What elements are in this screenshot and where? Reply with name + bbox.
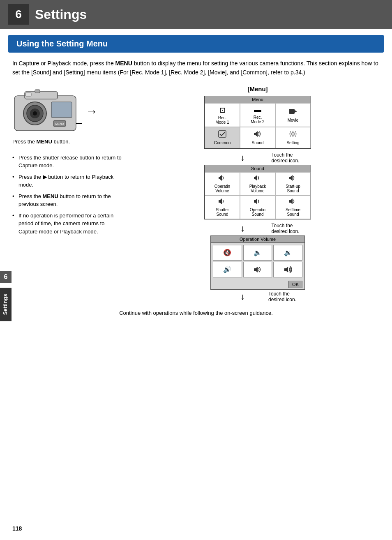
- svg-rect-8: [25, 93, 31, 96]
- menu-title: [Menu]: [136, 85, 380, 92]
- shutter-icon: [218, 198, 227, 207]
- menu3-grid: 🔇 🔈 🔉 🔊: [211, 243, 304, 279]
- opsnd-icon: [253, 198, 262, 207]
- content-row: MENU Press the MENU button. → Press the …: [12, 85, 380, 304]
- page-number: 118: [12, 525, 22, 532]
- vol-high3[interactable]: [273, 262, 302, 277]
- rec2-icon: ▬: [254, 106, 261, 114]
- svg-marker-24: [284, 267, 288, 272]
- opvol-icon: [218, 175, 227, 183]
- svg-marker-19: [289, 175, 293, 181]
- main-content: In Capture or Playback mode, press the M…: [0, 59, 392, 316]
- vol-high2[interactable]: [243, 262, 272, 277]
- side-tab-number: 6: [0, 271, 12, 283]
- menu2-grid: OperatinVolume PlaybackVolume: [205, 172, 311, 219]
- ok-button[interactable]: OK: [288, 281, 302, 288]
- menu3-box: Operation Volume 🔇 🔈 🔉 🔊: [210, 235, 305, 290]
- bullet-item: Press the MENU button to return to the p…: [12, 192, 123, 208]
- touch-label-2: Touch thedesired icon.: [271, 223, 299, 234]
- side-tab-label: Settings: [0, 288, 12, 321]
- movie-label: Movie: [288, 118, 299, 122]
- rec2-label: Rec.Mode 2: [251, 115, 264, 124]
- menu1-box: Menu ⊡ Rec.Mode 1 ▬ Rec.Mode 2: [204, 96, 311, 149]
- svg-rect-12: [289, 109, 295, 114]
- vol-low[interactable]: 🔈: [243, 245, 272, 261]
- svg-rect-14: [219, 131, 226, 137]
- left-col: MENU Press the MENU button. → Press the …: [12, 85, 123, 304]
- menu-cell-sound[interactable]: Sound: [240, 127, 275, 148]
- sound-label: Sound: [252, 141, 264, 145]
- press-label: Press the MENU button.: [12, 138, 82, 145]
- menu1-header: Menu: [205, 96, 311, 103]
- common-label: Common: [214, 141, 231, 145]
- rec1-label: Rec.Mode 1: [215, 115, 229, 125]
- camera-illustration: MENU Press the MENU button.: [12, 85, 82, 145]
- menu-cell-common[interactable]: Common: [205, 127, 240, 148]
- menu-cell-shutter[interactable]: ShutterSound: [205, 196, 240, 219]
- svg-text:MENU: MENU: [55, 122, 64, 125]
- menu-cell-rec1[interactable]: ⊡ Rec.Mode 1: [205, 103, 240, 127]
- pbvol-label: PlaybackVolume: [249, 184, 266, 193]
- pbvol-icon: [253, 175, 262, 183]
- selftime-label: SelftimeSound: [286, 208, 300, 217]
- menu1-grid: ⊡ Rec.Mode 1 ▬ Rec.Mode 2 Movie: [205, 103, 311, 148]
- sound-icon: [253, 130, 262, 140]
- ok-row: OK: [211, 279, 304, 289]
- menu-cell-opsnd[interactable]: OperatinSound: [240, 196, 275, 219]
- arrow-down-2: ↓: [216, 223, 269, 234]
- menu-cell-setting[interactable]: Setting: [275, 127, 311, 148]
- chapter-title: Settings: [35, 7, 87, 22]
- arrow-down-3: ↓: [219, 291, 266, 302]
- svg-point-5: [33, 111, 37, 115]
- svg-point-16: [292, 133, 294, 135]
- menu2-box: Sound OperatinVolume Playbac: [204, 165, 311, 219]
- touch-label-3: Touch thedesired icon.: [268, 291, 296, 302]
- startup-icon: [288, 175, 297, 183]
- svg-marker-13: [295, 110, 297, 113]
- touch-label-1: Touch thedesired icon.: [271, 152, 299, 164]
- bullet-item: Press the ▶ button to return to Playback…: [12, 173, 123, 189]
- svg-marker-23: [254, 267, 258, 272]
- svg-marker-15: [254, 131, 258, 137]
- rec1-icon: ⊡: [219, 106, 226, 115]
- setting-label: Setting: [286, 141, 299, 145]
- selftime-icon: [288, 198, 297, 207]
- menu3-header: Operation Volume: [211, 236, 304, 243]
- svg-marker-22: [289, 198, 293, 204]
- opsnd-label: OperatinSound: [250, 208, 265, 217]
- menu-cell-startup[interactable]: Start-upSound: [275, 172, 311, 196]
- vol-mute[interactable]: 🔇: [213, 245, 242, 261]
- svg-marker-18: [254, 175, 257, 181]
- startup-label: Start-upSound: [286, 184, 300, 193]
- section-header: Using the Setting Menu: [8, 35, 384, 53]
- arrow-down-1: ↓: [216, 152, 269, 163]
- shutter-label: ShutterSound: [216, 208, 229, 217]
- bullet-item: Press the shutter release button to retu…: [12, 154, 123, 170]
- setting-icon: [289, 130, 297, 140]
- menu-cell-rec2[interactable]: ▬ Rec.Mode 2: [240, 103, 275, 127]
- right-col: [Menu] Menu ⊡ Rec.Mode 1 ▬ Rec.Mode 2: [136, 85, 380, 304]
- bullet-list: Press the shutter release button to retu…: [12, 154, 123, 236]
- right-arrow: →: [85, 104, 98, 127]
- camera-svg: MENU: [12, 85, 82, 135]
- vol-med[interactable]: 🔉: [273, 245, 302, 261]
- menu-cell-pbvol[interactable]: PlaybackVolume: [240, 172, 275, 196]
- movie-icon: [288, 108, 297, 117]
- menu-cell-movie[interactable]: Movie: [275, 103, 311, 127]
- svg-rect-7: [35, 90, 40, 93]
- bullet-item: If no operation is performed for a certa…: [12, 212, 123, 236]
- opvol-label: OperatinVolume: [214, 184, 230, 193]
- svg-rect-6: [51, 102, 72, 118]
- intro-text: In Capture or Playback mode, press the M…: [12, 59, 380, 77]
- svg-marker-20: [219, 198, 222, 204]
- vol-high1[interactable]: 🔊: [213, 262, 242, 277]
- menu-cell-opvol[interactable]: OperatinVolume: [205, 172, 240, 196]
- menu-cell-selftime[interactable]: SelftimeSound: [275, 196, 311, 219]
- menu1-wrapper: Menu ⊡ Rec.Mode 1 ▬ Rec.Mode 2: [136, 96, 380, 304]
- svg-marker-21: [254, 198, 257, 204]
- chapter-number: 6: [8, 4, 29, 25]
- chapter-header: 6 Settings: [0, 0, 392, 29]
- menu2-header: Sound: [205, 165, 311, 172]
- svg-marker-17: [219, 175, 222, 181]
- continue-text: Continue with operations while following…: [12, 310, 380, 316]
